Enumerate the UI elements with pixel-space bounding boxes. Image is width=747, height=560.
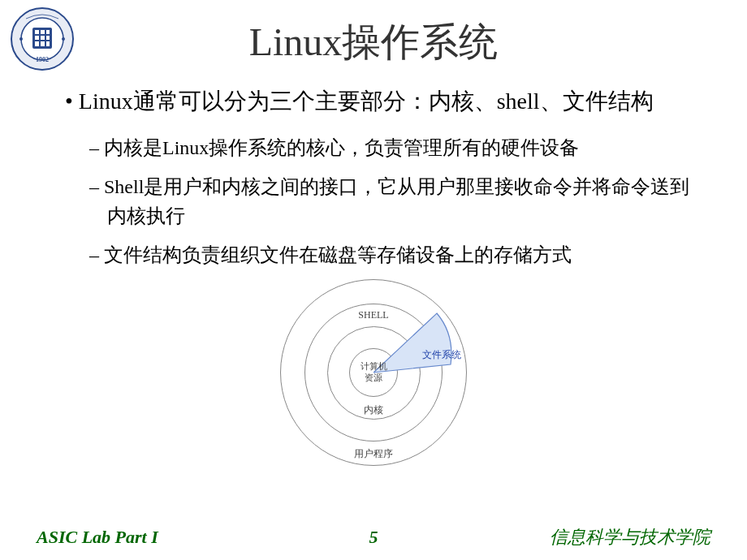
svg-rect-7	[41, 36, 45, 40]
university-logo: 1902	[10, 6, 75, 71]
sub-bullet-1-text: 内核是Linux操作系统的核心，负责管理所有的硬件设备	[104, 137, 579, 158]
sub-bullet-2: – Shell是用户和内核之间的接口，它从用户那里接收命令并将命令送到内核执行	[89, 172, 698, 230]
slide-content: • Linux通常可以分为三个主要部分：内核、shell、文件结构 – 内核是L…	[0, 68, 747, 466]
label-resources-line1: 计算机	[361, 361, 387, 371]
footer-right: 信息科学与技术学院	[550, 525, 710, 549]
svg-rect-6	[35, 36, 39, 40]
concentric-rings-diagram: 用户程序 SHELL 内核 计算机 资源 文件系统	[268, 279, 479, 466]
label-kernel: 内核	[268, 403, 479, 417]
label-filesystem: 文件系统	[422, 348, 461, 362]
svg-text:1902: 1902	[36, 56, 49, 63]
sub-bullets-list: – 内核是Linux操作系统的核心，负责管理所有的硬件设备 – Shell是用户…	[89, 133, 698, 269]
slide-footer: ASIC Lab Part I 5 信息科学与技术学院	[0, 527, 747, 548]
sub-bullet-3: – 文件结构负责组织文件在磁盘等存储设备上的存储方式	[89, 240, 698, 269]
sub-bullet-2-text: Shell是用户和内核之间的接口，它从用户那里接收命令并将命令送到内核执行	[104, 176, 689, 226]
svg-rect-3	[35, 30, 39, 34]
svg-rect-5	[46, 30, 50, 34]
diagram-container: 用户程序 SHELL 内核 计算机 资源 文件系统	[49, 279, 698, 466]
svg-point-13	[19, 37, 23, 41]
slide-title: Linux操作系统	[0, 0, 747, 68]
main-bullet: • Linux通常可以分为三个主要部分：内核、shell、文件结构	[65, 84, 698, 118]
svg-point-14	[62, 37, 65, 41]
label-user-programs: 用户程序	[268, 447, 479, 461]
sub-bullet-3-text: 文件结构负责组织文件在磁盘等存储设备上的存储方式	[104, 244, 572, 265]
label-resources-line2: 资源	[365, 373, 382, 382]
label-shell: SHELL	[268, 309, 479, 321]
svg-rect-11	[46, 41, 50, 46]
main-bullet-text: Linux通常可以分为三个主要部分：内核、shell、文件结构	[79, 88, 654, 114]
svg-rect-8	[46, 36, 50, 40]
svg-rect-10	[41, 41, 45, 46]
svg-rect-9	[35, 41, 39, 46]
sub-bullet-1: – 内核是Linux操作系统的核心，负责管理所有的硬件设备	[89, 133, 698, 162]
label-resources: 计算机 资源	[349, 360, 398, 384]
svg-rect-4	[41, 30, 45, 34]
